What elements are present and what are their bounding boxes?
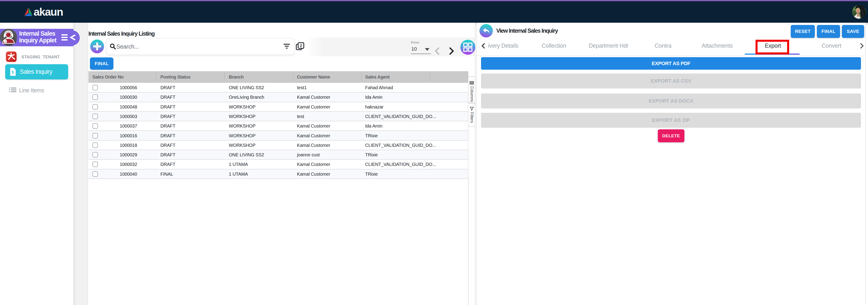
svg-text:2: 2 — [300, 44, 302, 48]
svg-text:i: i — [5, 40, 6, 43]
svg-text:$: $ — [11, 70, 14, 74]
